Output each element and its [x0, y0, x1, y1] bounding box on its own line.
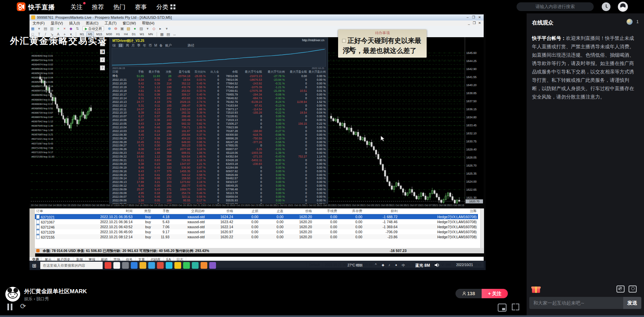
taskbar-app-icon[interactable]: [131, 262, 138, 269]
toolbar-icon[interactable]: ×: [62, 26, 67, 31]
nav-item-分类[interactable]: 分类: [156, 3, 168, 11]
kuaishou-logo-icon[interactable]: [17, 2, 25, 11]
orders-header[interactable]: 类型: [134, 208, 152, 214]
taskbar-app-icon[interactable]: [174, 262, 181, 269]
menu-窗口(W)[interactable]: 窗口(W): [119, 20, 139, 26]
toolbar-icon[interactable]: ▸: [158, 26, 163, 31]
chart-mini-button[interactable]: ?: [100, 65, 105, 70]
fullscreen-icon[interactable]: [512, 304, 519, 310]
toolbar-icon[interactable]: ▦: [30, 26, 35, 31]
gift-icon[interactable]: [532, 286, 540, 293]
taskbar-app-icon[interactable]: [183, 262, 190, 269]
orders-header[interactable]: 时间: [82, 208, 134, 214]
nav-item-关注[interactable]: 关注: [70, 3, 83, 11]
toolbar-icon[interactable]: ▦: [159, 32, 164, 37]
tray-icon[interactable]: ◆: [382, 263, 384, 267]
menu-文件(F)[interactable]: 文件(F): [30, 20, 48, 26]
timeframe-D1[interactable]: D1: [130, 32, 138, 37]
taskbar-app-icon[interactable]: [157, 262, 164, 269]
order-row[interactable]: 63710212022.10.21 06:35:53buy4.18xauusd-…: [35, 214, 478, 219]
stats-tab-周[interactable]: 周: [126, 44, 129, 47]
stats-tab-M[interactable]: M: [154, 44, 157, 47]
close-icon[interactable]: ✕: [477, 15, 482, 20]
chart-mini-button[interactable]: ◨: [100, 49, 105, 54]
refresh-button[interactable]: ⟳: [20, 302, 28, 310]
stats-tab-备[interactable]: 备: [159, 44, 163, 47]
orders-scrollbar[interactable]: [480, 208, 484, 253]
orders-header[interactable]: 注释: [399, 208, 478, 214]
chart-mini-button[interactable]: √: [100, 57, 105, 62]
chart-close-icon[interactable]: ✕: [477, 21, 482, 25]
tray-icon[interactable]: ^: [375, 263, 377, 267]
toolbar-icon[interactable]: ◇: [151, 26, 156, 31]
orders-header[interactable]: 订单: [35, 208, 82, 214]
user-avatar[interactable]: [618, 2, 628, 12]
restore-icon[interactable]: ❐: [471, 15, 476, 20]
stats-tab-年[interactable]: 年: [143, 44, 146, 47]
timeframe-W1[interactable]: W1: [138, 32, 146, 37]
toolbar-icon[interactable]: ⊖: [113, 26, 118, 31]
stats-tab-月[interactable]: 月: [131, 44, 135, 47]
orders-header[interactable]: 止损: [234, 208, 260, 214]
viewer-mini-avatar[interactable]: [627, 19, 633, 25]
orders-header[interactable]: 价格: [206, 208, 234, 214]
toolbar-icon[interactable]: ▾: [37, 26, 42, 31]
tray-icon[interactable]: 中: [402, 263, 405, 268]
mini-player-icon[interactable]: [498, 304, 506, 312]
quality-label[interactable]: 蓝光 8M: [415, 263, 430, 268]
toolbar-icon[interactable]: ●: [132, 26, 137, 31]
menu-帮助(H)[interactable]: 帮助(H): [139, 20, 157, 26]
chart-minimize-icon[interactable]: _: [466, 21, 472, 25]
toolbar-icon[interactable]: ▾: [164, 26, 169, 31]
stats-tab-路径[interactable]: 路径: [187, 44, 194, 47]
menu-插入(I)[interactable]: 插入(I): [66, 20, 83, 26]
toolbar-icon[interactable]: +: [56, 26, 61, 31]
barrage-toggle-icon[interactable]: [616, 286, 625, 293]
taskbar-app-icon[interactable]: [105, 262, 111, 269]
menu-工具(T)[interactable]: 工具(T): [101, 20, 119, 26]
menu-显示(V)[interactable]: 显示(V): [48, 20, 66, 26]
tray-icon[interactable]: ♪: [388, 263, 390, 267]
streamer-avatar[interactable]: [5, 287, 20, 302]
taskbar-search-input[interactable]: 在这里输入你要搜索的内容: [40, 262, 103, 269]
toolbar-icon[interactable]: ▤: [43, 26, 48, 31]
taskbar-app-icon[interactable]: [166, 262, 172, 269]
orders-header[interactable]: 价格: [285, 208, 313, 214]
timeframe-MN[interactable]: MN: [147, 32, 155, 37]
orders-header[interactable]: 止盈: [260, 208, 285, 214]
toolbar-icon[interactable]: ↔: [172, 32, 177, 37]
nav-item-赛事[interactable]: 赛事: [135, 3, 147, 11]
search-input[interactable]: 请输入内容进行搜索: [517, 2, 594, 11]
toolbar-icon[interactable]: ⇅: [75, 26, 80, 31]
stats-tab-季[interactable]: 季: [137, 44, 141, 47]
orders-header[interactable]: 手续费: [313, 208, 338, 214]
autotrade-button[interactable]: ▶ 自动交易: [83, 26, 104, 31]
toolbar-icon[interactable]: ⊕: [107, 26, 112, 31]
toolbar-icon[interactable]: ▨: [139, 26, 144, 31]
nav-item-推荐[interactable]: 推荐: [92, 3, 104, 11]
order-row[interactable]: 63721552022.10.21 08:12:14buy11.93xauusd…: [35, 234, 478, 239]
menu-图表(C)[interactable]: 图表(C): [83, 20, 101, 26]
taskbar-app-icon[interactable]: [113, 262, 120, 269]
toolbar-icon[interactable]: ▧: [126, 26, 131, 31]
stats-tab-日[interactable]: 日: [118, 44, 123, 47]
stats-tab-账户[interactable]: 账户: [165, 44, 172, 47]
screen-record-icon[interactable]: [629, 286, 637, 293]
chat-input[interactable]: 和大家一起互动起来吧～: [529, 297, 623, 309]
order-row[interactable]: 63710672022.10.21 06:36:14buy5.43xauusd-…: [35, 219, 478, 224]
toolbar-icon[interactable]: ◆: [68, 26, 73, 31]
taskbar-clock[interactable]: 2022/10/21: [456, 263, 473, 267]
taskbar-app-icon[interactable]: [201, 262, 207, 269]
taskbar-app-icon[interactable]: [209, 262, 216, 269]
taskbar-weather[interactable]: 27°C 晴朗: [347, 263, 363, 268]
volume-icon[interactable]: [434, 263, 440, 267]
price-chart[interactable]: XAUUSD-STD,M5 #6364640 buy 0.01#6364724 …: [30, 37, 484, 204]
send-button[interactable]: 发送: [623, 297, 641, 309]
orders-header[interactable]: 获利: [364, 208, 399, 214]
orders-header[interactable]: 库存费: [338, 208, 364, 214]
toolbar-icon[interactable]: ▤: [166, 32, 171, 37]
toolbar-icon[interactable]: ▾: [145, 26, 150, 31]
follow-button[interactable]: + 关注: [482, 289, 508, 298]
orders-header[interactable]: 交易品种: [171, 208, 206, 214]
taskbar-app-icon[interactable]: [122, 262, 129, 269]
